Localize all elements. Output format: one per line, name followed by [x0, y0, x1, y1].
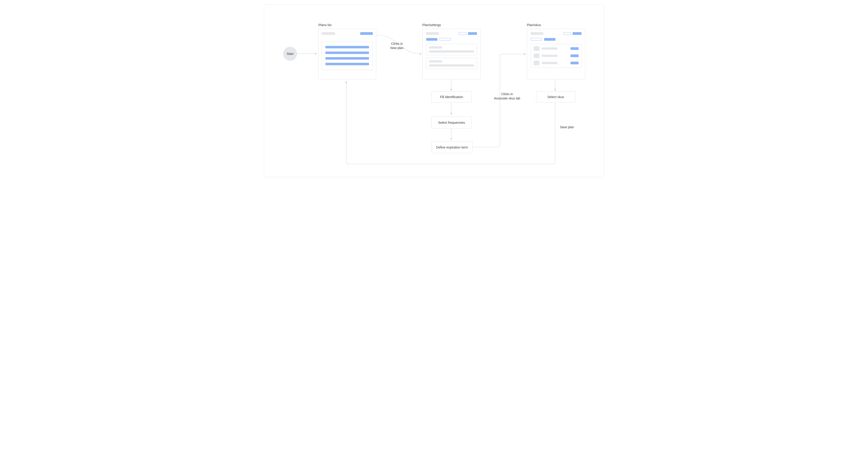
screen-plan-settings [422, 29, 481, 80]
wf-action [570, 62, 579, 64]
edge-label-assoc-tab: Clicks in Associate skus tab [489, 92, 525, 100]
wf-thumb [534, 61, 539, 65]
wf-action [570, 47, 579, 50]
wf-row [326, 57, 369, 60]
wf-row [326, 52, 369, 54]
wf-input [429, 51, 474, 53]
wf-row [326, 63, 369, 65]
wf-title [426, 32, 439, 35]
flow-canvas: Start Plans list Plan/settings Plan/skus [264, 4, 604, 177]
wf-thumb [534, 54, 539, 58]
wf-title [531, 32, 543, 35]
wf-label [429, 47, 442, 49]
start-label: Start [287, 52, 294, 56]
start-node: Start [283, 47, 297, 61]
wf-primary-btn [572, 32, 582, 35]
wf-name [542, 55, 557, 57]
wf-primary-btn [468, 32, 477, 35]
wf-tab-active [544, 38, 555, 41]
wf-tab [440, 38, 451, 41]
wf-action [570, 55, 579, 57]
step-label: Select frequencies [438, 121, 465, 124]
wf-name [542, 48, 557, 50]
col-label-plan-skus: Plan/skus [527, 23, 541, 27]
screen-plan-skus [527, 29, 585, 80]
screen-plans-list [318, 29, 376, 80]
step-label: Select skus [547, 95, 564, 99]
step-select-skus: Select skus [536, 91, 576, 102]
edge-label-save-plan: Save plan [560, 125, 582, 129]
wf-primary-button [360, 32, 373, 35]
step-fill-identification: Fill identification [431, 91, 472, 102]
col-label-plans-list: Plans list [318, 23, 332, 27]
wf-row [326, 46, 369, 49]
wf-thumb [534, 47, 539, 51]
wf-input [429, 64, 474, 67]
edge-label-new-plan: Clicks in New plan [386, 41, 408, 50]
step-define-expiration: Define expiration term [431, 141, 473, 153]
step-label: Fill identification [440, 95, 463, 99]
wf-tab [531, 38, 542, 41]
wf-outline-btn [459, 32, 466, 35]
wf-name [542, 62, 557, 64]
wf-outline-btn [563, 32, 571, 35]
step-select-frequencies: Select frequencies [431, 117, 472, 128]
step-label: Define expiration term [436, 146, 468, 149]
wf-tab-active [426, 38, 437, 41]
col-label-plan-settings: Plan/settings [422, 23, 441, 27]
wf-label [429, 60, 442, 63]
wf-title [321, 32, 335, 35]
